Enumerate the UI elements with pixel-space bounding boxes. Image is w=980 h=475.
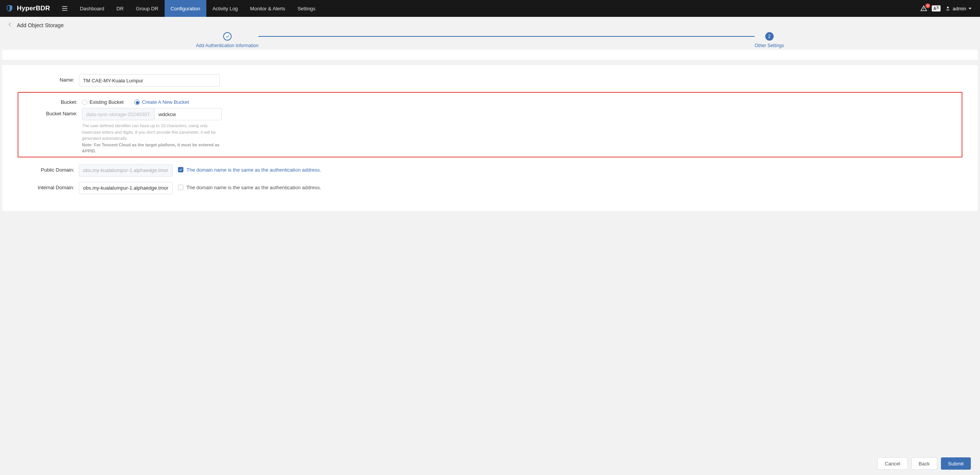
back-arrow-button[interactable] (7, 21, 13, 29)
alert-badge: 0 (925, 3, 930, 8)
row-bucket: Bucket: Existing Bucket Create A New Buc… (21, 97, 959, 105)
public-domain-same-label: The domain name is the same as the authe… (186, 167, 321, 173)
radio-create-bucket[interactable]: Create A New Bucket (134, 99, 189, 105)
public-domain-same-checkbox-row: The domain name is the same as the authe… (178, 164, 321, 173)
row-name: Name: (18, 74, 962, 87)
nav-right: 0 A文 admin (920, 5, 975, 12)
nav-dashboard[interactable]: Dashboard (74, 0, 111, 17)
menu-toggle[interactable] (56, 0, 74, 17)
row-public-domain: Public Domain: The domain name is the sa… (18, 164, 962, 177)
public-domain-input (79, 164, 173, 177)
bucket-highlight-box: Bucket: Existing Bucket Create A New Buc… (18, 92, 962, 157)
bucket-helper-text: The user-defined identifier can have up … (82, 123, 227, 154)
internal-domain-label: Internal Domain: (18, 182, 79, 190)
page-title: Add Object Storage (17, 22, 64, 28)
radio-create-label: Create A New Bucket (142, 99, 189, 105)
bucket-helper-line1: The user-defined identifier can have up … (82, 123, 216, 141)
footer-bar: Cancel Back Submit (877, 457, 971, 470)
internal-domain-same-label: The domain name is the same as the authe… (186, 185, 321, 190)
submit-button[interactable]: Submit (941, 457, 971, 470)
user-menu[interactable]: admin (945, 6, 972, 11)
language-pill: A文 (932, 5, 940, 11)
step-1[interactable]: Add Authentication Information (196, 32, 258, 48)
internal-domain-same-checkbox-row: The domain name is the same as the authe… (178, 182, 321, 190)
page-title-row: Add Object Storage (0, 17, 980, 31)
bucket-name-dual-input (82, 108, 227, 120)
hamburger-icon (61, 5, 69, 12)
language-button[interactable]: A文 (932, 5, 940, 11)
svg-point-0 (947, 7, 949, 8)
top-navbar: HyperBDR Dashboard DR Group DR Configura… (0, 0, 980, 17)
check-icon (225, 34, 230, 39)
radio-existing-bucket[interactable]: Existing Bucket (82, 99, 124, 105)
arrow-left-icon (7, 21, 13, 28)
nav-settings[interactable]: Settings (291, 0, 322, 17)
bucket-helper-bold: Note: For Tencent Cloud as the target pl… (82, 142, 219, 154)
step-1-label: Add Authentication Information (196, 43, 258, 48)
step-2[interactable]: 2 Other Settings (755, 32, 784, 48)
nav-items: Dashboard DR Group DR Configuration Acti… (74, 0, 322, 17)
form-card: Name: Bucket: Existing Bucket Create A N… (2, 65, 978, 211)
nav-activity-log[interactable]: Activity Log (206, 0, 244, 17)
user-name: admin (953, 6, 966, 11)
internal-domain-input[interactable] (79, 182, 173, 194)
name-input[interactable] (79, 74, 220, 87)
step-line (258, 36, 755, 37)
name-label: Name: (18, 74, 79, 83)
stepper-wrap: Add Authentication Information 2 Other S… (0, 31, 980, 50)
step-1-circle (223, 32, 232, 41)
check-icon (179, 168, 183, 172)
alerts-button[interactable]: 0 (920, 5, 927, 12)
radio-dot-icon (82, 100, 87, 105)
nav-monitor-alerts[interactable]: Monitor & Alerts (244, 0, 291, 17)
public-domain-label: Public Domain: (18, 164, 79, 173)
nav-group-dr[interactable]: Group DR (130, 0, 165, 17)
step-2-label: Other Settings (755, 43, 784, 48)
nav-dr[interactable]: DR (110, 0, 130, 17)
row-internal-domain: Internal Domain: The domain name is the … (18, 182, 962, 194)
brand-text: HyperBDR (17, 5, 50, 12)
caret-down-icon (969, 8, 972, 10)
radio-existing-label: Existing Bucket (90, 99, 124, 105)
internal-domain-checkbox[interactable] (178, 185, 183, 190)
row-bucket-name: Bucket Name: The user-defined identifier… (21, 108, 959, 154)
bucket-radio-group: Existing Bucket Create A New Bucket (82, 97, 189, 105)
back-button[interactable]: Back (911, 457, 937, 470)
shield-icon (5, 4, 14, 13)
cancel-button[interactable]: Cancel (877, 457, 907, 470)
user-icon (945, 6, 951, 11)
bucket-suffix-input[interactable] (155, 108, 222, 120)
step-2-circle: 2 (765, 32, 774, 41)
nav-configuration[interactable]: Configuration (165, 0, 206, 17)
stepper: Add Authentication Information 2 Other S… (196, 32, 784, 48)
bucket-prefix-input (82, 108, 155, 120)
bucket-name-label: Bucket Name: (21, 108, 82, 116)
bucket-label: Bucket: (21, 97, 82, 105)
brand-logo: HyperBDR (0, 0, 56, 17)
public-domain-checkbox[interactable] (178, 167, 183, 172)
spacer-strip (2, 50, 978, 60)
radio-dot-icon (134, 100, 140, 105)
